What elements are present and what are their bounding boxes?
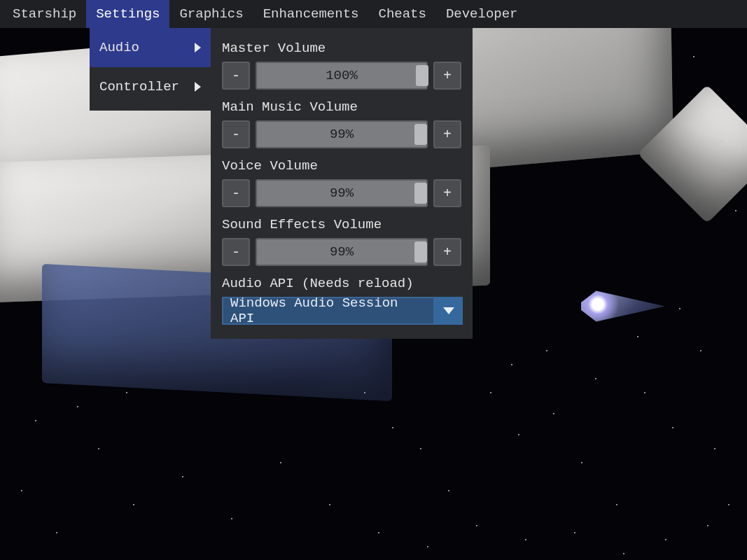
submenu-item-controller[interactable]: Controller (90, 67, 211, 106)
star (714, 448, 715, 449)
menu-graphics[interactable]: Graphics (169, 0, 253, 28)
slider-track[interactable]: 99% (256, 179, 428, 207)
audio-api-label: Audio API (Needs reload) (222, 276, 461, 291)
star (126, 392, 127, 393)
star (728, 504, 729, 505)
decrement-button[interactable]: - (222, 179, 250, 207)
increment-button[interactable]: + (433, 62, 461, 90)
chevron-down-icon (443, 307, 454, 314)
star (511, 364, 512, 365)
star (448, 490, 449, 491)
audio-api-dropdown[interactable]: Windows Audio Session API (222, 297, 463, 325)
slider-value: 99% (330, 127, 354, 142)
slider-row: -99%+ (222, 179, 461, 207)
star (329, 504, 330, 505)
fighter-ship (581, 287, 665, 326)
increment-button[interactable]: + (433, 120, 461, 148)
star (476, 525, 477, 526)
star (182, 476, 183, 477)
slider-row: -99%+ (222, 238, 461, 266)
submenu-item-audio[interactable]: Audio (90, 28, 211, 67)
menu-settings[interactable]: Settings (86, 0, 169, 28)
star (98, 448, 99, 449)
star (364, 392, 365, 393)
settings-submenu: AudioController (90, 28, 211, 111)
slider-row: -99%+ (222, 120, 461, 148)
menu-enhancements[interactable]: Enhancements (253, 0, 369, 28)
star (553, 413, 554, 414)
star (707, 525, 708, 526)
star (700, 350, 701, 351)
setting-label: Main Music Volume (222, 99, 461, 115)
submenu-item-label: Audio (99, 40, 139, 55)
star (735, 210, 736, 211)
star (644, 392, 645, 393)
slider-row: -100%+ (222, 62, 461, 90)
increment-button[interactable]: + (433, 238, 461, 266)
star (546, 350, 547, 351)
star (574, 532, 575, 533)
menu-bar: StarshipSettingsGraphicsEnhancementsChea… (0, 0, 747, 28)
slider-track[interactable]: 99% (256, 238, 428, 266)
chevron-right-icon (195, 43, 201, 52)
slider-track[interactable]: 99% (256, 120, 428, 148)
star (392, 427, 393, 428)
star (721, 140, 722, 141)
slider-thumb[interactable] (414, 124, 427, 145)
star (420, 448, 421, 449)
star (56, 532, 57, 533)
slider-thumb[interactable] (414, 183, 427, 204)
decrement-button[interactable]: - (222, 62, 250, 90)
slider-thumb[interactable] (414, 241, 427, 262)
audio-settings-panel: Master Volume-100%+Main Music Volume-99%… (211, 28, 473, 339)
star (35, 420, 36, 421)
star (490, 392, 491, 393)
decrement-button[interactable]: - (222, 120, 250, 148)
star (693, 56, 694, 57)
menu-starship[interactable]: Starship (3, 0, 86, 28)
star (427, 546, 428, 547)
star (616, 504, 617, 505)
star (77, 406, 78, 407)
increment-button[interactable]: + (433, 179, 461, 207)
star (280, 462, 281, 463)
star (595, 378, 596, 379)
star (525, 539, 526, 540)
setting-label: Sound Effects Volume (222, 217, 461, 232)
dropdown-value: Windows Audio Session API (222, 297, 435, 325)
star (637, 336, 638, 337)
slider-thumb[interactable] (416, 65, 428, 86)
dropdown-toggle[interactable] (435, 297, 463, 325)
menu-developer[interactable]: Developer (436, 0, 528, 28)
star (133, 504, 134, 505)
decrement-button[interactable]: - (222, 238, 250, 266)
slider-value: 100% (326, 68, 358, 83)
star (623, 553, 624, 554)
star (231, 518, 232, 519)
star (518, 434, 519, 435)
setting-label: Master Volume (222, 41, 461, 56)
chevron-right-icon (195, 82, 201, 92)
slider-track[interactable]: 100% (256, 62, 428, 90)
slider-value: 99% (330, 244, 354, 260)
star (21, 490, 22, 491)
submenu-item-label: Controller (99, 79, 179, 94)
star (672, 427, 673, 428)
star (665, 539, 666, 540)
star (378, 532, 379, 533)
menu-cheats[interactable]: Cheats (368, 0, 435, 28)
slider-value: 99% (330, 186, 354, 201)
star (679, 308, 680, 309)
setting-label: Voice Volume (222, 158, 461, 174)
star (581, 462, 582, 463)
